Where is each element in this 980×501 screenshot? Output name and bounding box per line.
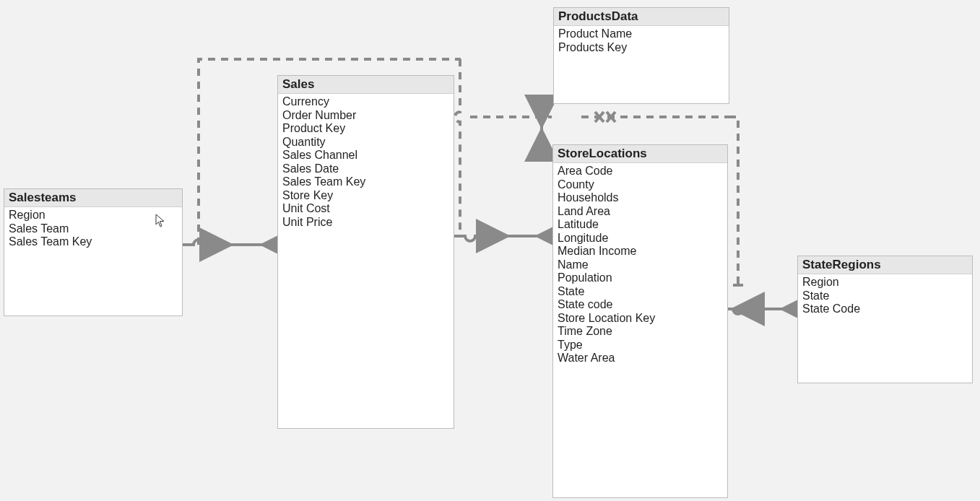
table-fields: Region State State Code [798,274,972,321]
field[interactable]: Latitude [558,218,723,232]
field[interactable]: Unit Price [282,216,449,230]
field[interactable]: Households [558,191,723,205]
table-title: Salesteams [4,189,182,207]
table-stateregions[interactable]: StateRegions Region State State Code [797,256,973,383]
field[interactable]: Products Key [558,41,724,55]
table-title: StateRegions [798,256,972,274]
field[interactable]: Sales Team Key [282,175,449,189]
table-fields: Region Sales Team Sales Team Key [4,207,182,253]
table-storelocations[interactable]: StoreLocations Area Code County Househol… [552,144,728,498]
table-sales[interactable]: Sales Currency Order Number Product Key … [277,75,454,429]
field[interactable]: Region [9,209,178,222]
field[interactable]: Product Name [558,27,724,41]
field[interactable]: Water Area [558,352,723,365]
table-fields: Area Code County Households Land Area La… [553,163,727,370]
field[interactable]: State [558,285,723,299]
field[interactable]: Sales Team Key [9,235,178,249]
field[interactable]: Median Income [558,245,723,258]
table-title: Sales [278,76,454,94]
field[interactable]: Sales Date [282,162,449,176]
field[interactable]: Name [558,258,723,272]
field[interactable]: Longitude [558,232,723,245]
field[interactable]: Order Number [282,109,449,123]
field[interactable]: Area Code [558,165,723,178]
field[interactable]: Store Key [282,189,449,203]
table-fields: Currency Order Number Product Key Quanti… [278,94,454,233]
model-canvas[interactable]: Salesteams Region Sales Team Sales Team … [0,0,980,501]
field[interactable]: Sales Channel [282,149,449,162]
field[interactable]: County [558,178,723,192]
field[interactable]: Unit Cost [282,202,449,216]
table-salesteams[interactable]: Salesteams Region Sales Team Sales Team … [4,188,183,316]
field[interactable]: Region [802,276,968,289]
table-title: StoreLocations [553,145,727,163]
field[interactable]: Store Location Key [558,312,723,326]
field[interactable]: State Code [802,302,968,316]
field[interactable]: Type [558,339,723,352]
field[interactable]: Quantity [282,136,449,149]
field[interactable]: Sales Team [9,222,178,236]
field[interactable]: Population [558,271,723,285]
field[interactable]: Land Area [558,205,723,219]
table-productsdata[interactable]: ProductsData Product Name Products Key [553,7,729,104]
field[interactable]: Time Zone [558,325,723,339]
field[interactable]: Currency [282,95,449,109]
field[interactable]: Product Key [282,122,449,136]
field[interactable]: State code [558,298,723,312]
field[interactable]: State [802,289,968,303]
table-title: ProductsData [554,8,729,26]
table-fields: Product Name Products Key [554,26,729,58]
